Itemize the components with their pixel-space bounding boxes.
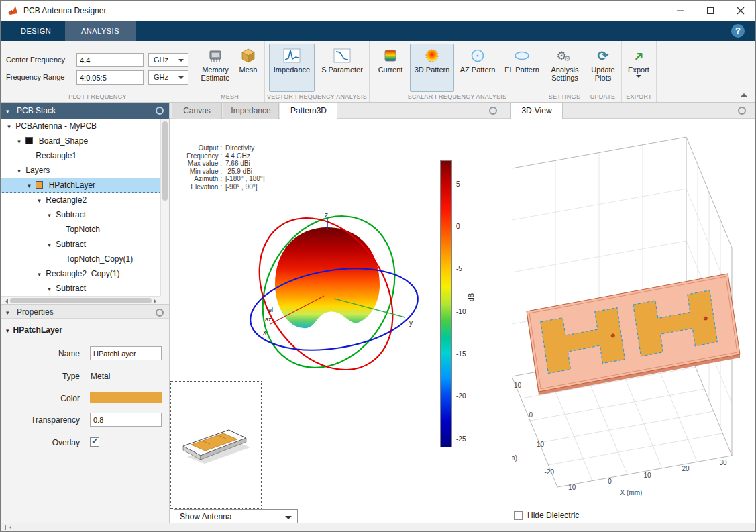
- annotation-label: Output :: [182, 144, 222, 152]
- expand-arrow-icon[interactable]: [15, 163, 23, 178]
- el-pattern-icon: [502, 44, 542, 64]
- section-mesh: Memory Estimate Mesh MESH: [195, 41, 265, 102]
- el-pattern-button[interactable]: EL Pattern: [501, 44, 543, 92]
- tree-item[interactable]: Rectangle2_Copy(1): [1, 266, 161, 281]
- minimize-button[interactable]: [665, 1, 695, 21]
- radiation-pattern-plot[interactable]: z x y el az: [233, 210, 441, 398]
- frequency-range-unit-select[interactable]: GHz: [148, 70, 188, 85]
- tree-item[interactable]: PCBAntenna - MyPCB: [1, 119, 161, 134]
- maximize-button[interactable]: [695, 1, 725, 21]
- tab-design[interactable]: DESIGN: [5, 21, 67, 41]
- x-tick: 10: [643, 472, 651, 479]
- pattern3d-button[interactable]: 3D Pattern: [410, 44, 454, 92]
- tree-item-label: Subtract: [56, 240, 86, 249]
- tree-item[interactable]: Subtract: [1, 281, 161, 296]
- panel-options-icon[interactable]: [156, 107, 164, 115]
- z-axis-label: z: [325, 211, 328, 219]
- tree-item[interactable]: TopNotch_Copy(1): [1, 252, 161, 266]
- hide-dielectric-checkbox[interactable]: [514, 511, 523, 520]
- show-antenna-value: Show Antenna: [180, 512, 231, 521]
- scrollbar-thumb[interactable]: [10, 298, 152, 303]
- annotation-value: [-90° , 90°]: [222, 183, 257, 191]
- update-plots-button[interactable]: ⟳ Update Plots: [586, 44, 620, 92]
- colorbar-tick: -25: [456, 435, 466, 443]
- y-tick: -10: [535, 441, 545, 448]
- tree-vertical-scrollbar[interactable]: [160, 119, 169, 296]
- tree-item[interactable]: Rectangle1: [1, 148, 161, 163]
- scroll-right-icon[interactable]: [154, 299, 159, 304]
- el-label: el: [268, 307, 273, 313]
- pattern3d-label: 3D Pattern: [411, 66, 453, 74]
- y-axis-title-partial: (mm): [512, 454, 517, 462]
- expand-arrow-icon[interactable]: [15, 134, 23, 149]
- annotation-value: 7.66 dBi: [222, 160, 250, 168]
- mesh-button[interactable]: Mesh: [234, 44, 262, 92]
- frequency-range-input[interactable]: [76, 70, 144, 85]
- tree-item[interactable]: Subtract: [1, 207, 161, 222]
- tree-item-label: TopNotch_Copy(1): [66, 254, 133, 264]
- expand-arrow-icon[interactable]: [25, 178, 34, 193]
- export-dropdown-caret-icon: [636, 75, 641, 81]
- collapse-panel-icon[interactable]: [5, 525, 11, 530]
- panel-options-icon[interactable]: [156, 309, 164, 317]
- expand-arrow-icon[interactable]: [35, 193, 44, 208]
- analysis-settings-button[interactable]: ⚙⚙ Analysis Settings: [547, 44, 582, 92]
- properties-title: Properties: [17, 305, 54, 319]
- tree-item[interactable]: TopNotch: [1, 222, 161, 237]
- pattern3d-icon: [411, 44, 453, 64]
- tab-impedance[interactable]: Impedance: [223, 103, 279, 119]
- help-button[interactable]: [731, 24, 745, 38]
- expand-arrow-icon[interactable]: [45, 281, 54, 296]
- expand-arrow-icon[interactable]: [45, 237, 54, 252]
- color-swatch[interactable]: [90, 392, 162, 403]
- y-tick: 10: [514, 382, 522, 389]
- panel-options-icon[interactable]: [489, 107, 497, 115]
- az-pattern-label: AZ Pattern: [456, 66, 499, 74]
- current-icon: [373, 44, 408, 64]
- tree-item[interactable]: Board_Shape: [1, 134, 161, 148]
- tab-pattern3d[interactable]: Pattern3D: [280, 103, 337, 119]
- pcb-antenna-designer-window: PCB Antenna Designer DESIGN ANALYSIS Cen…: [0, 0, 756, 532]
- name-field[interactable]: [90, 346, 162, 360]
- properties-group-row[interactable]: HPatchLayer: [6, 325, 62, 335]
- panel-options-icon[interactable]: [738, 107, 746, 115]
- s-parameter-button[interactable]: S Parameter: [316, 44, 368, 92]
- tree-item-selected[interactable]: HPatchLayer: [1, 178, 161, 193]
- section-label-vector: VECTOR FREQUENCY ANALYSIS: [265, 93, 369, 100]
- export-button[interactable]: ➜ Export: [624, 44, 653, 92]
- properties-header[interactable]: Properties: [1, 304, 169, 319]
- memory-estimate-icon: [199, 44, 232, 64]
- tab-analysis[interactable]: ANALYSIS: [65, 21, 136, 41]
- expand-arrow-icon[interactable]: [45, 207, 54, 223]
- close-button[interactable]: [725, 1, 755, 21]
- az-label: az: [265, 316, 272, 323]
- tree-item[interactable]: Layers: [1, 163, 161, 178]
- expand-arrow-icon[interactable]: [35, 266, 44, 282]
- tab-3d-view[interactable]: 3D-View: [510, 103, 563, 119]
- expand-arrow-icon[interactable]: [5, 119, 13, 134]
- scroll-left-icon[interactable]: [3, 299, 8, 304]
- scrollbar-thumb[interactable]: [162, 121, 168, 201]
- impedance-button[interactable]: Impedance: [269, 44, 315, 92]
- tree-horizontal-scrollbar[interactable]: [1, 296, 161, 304]
- center-frequency-unit-select[interactable]: GHz: [148, 53, 188, 67]
- tree-item-label: Rectangle2_Copy(1): [46, 269, 119, 278]
- collapse-toolstrip-icon[interactable]: [741, 90, 747, 97]
- memory-estimate-button[interactable]: Memory Estimate: [198, 44, 233, 92]
- tree-item-label: Rectangle1: [36, 151, 76, 160]
- tree-item-label: PCBAntenna - MyPCB: [15, 121, 97, 131]
- overlay-checkbox[interactable]: [90, 437, 99, 447]
- pcb-stack-header[interactable]: PCB Stack: [1, 103, 169, 119]
- x-axis-title: X (mm): [620, 489, 643, 496]
- az-pattern-button[interactable]: AZ Pattern: [455, 44, 500, 92]
- current-button[interactable]: Current: [372, 44, 409, 92]
- tree-item[interactable]: Rectangle2: [1, 193, 161, 207]
- update-plots-icon: ⟳: [587, 44, 619, 64]
- statusbar: [1, 523, 755, 531]
- layer-color-swatch: [36, 181, 43, 189]
- pcb-3d-view[interactable]: 10 0 -10 -20 -10 0 10 20 30 X (mm) (mm): [512, 125, 755, 513]
- tab-canvas[interactable]: Canvas: [172, 103, 222, 119]
- tree-item[interactable]: Subtract: [1, 237, 161, 252]
- center-frequency-input[interactable]: [76, 53, 144, 67]
- transparency-field[interactable]: [90, 413, 162, 427]
